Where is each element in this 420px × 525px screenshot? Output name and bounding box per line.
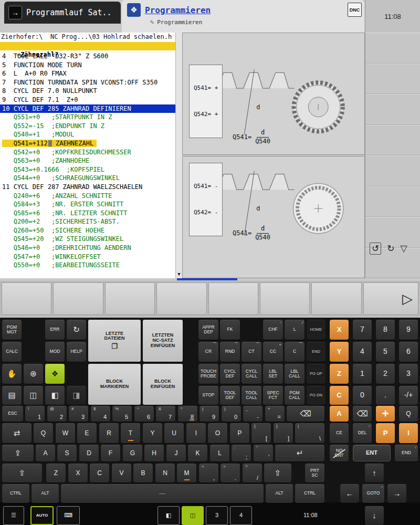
taskbar-active-key[interactable]: ◫ [182,506,204,525]
home-key[interactable]: HOME [307,320,326,340]
calc-key[interactable]: CALC [2,342,22,362]
backspace-key[interactable]: ⌫ [287,406,324,422]
program-line[interactable]: Q545=+20 ;WZ STEIGUNGSWINKEL [0,235,175,244]
letter-y-key[interactable]: Y [143,423,162,443]
arrow-down-key[interactable]: ↓ [365,506,384,525]
refresh-icon[interactable]: ↻ [387,243,394,254]
softkey-4[interactable] [156,282,206,315]
auto-key[interactable]: AUTO [30,506,54,525]
pgm-call-key[interactable]: PGM CALL [285,386,304,405]
letter-v-key[interactable]: V [112,464,131,482]
digit-1-key[interactable]: !1 [25,406,45,422]
letter-k-key[interactable]: K [188,445,207,461]
block-einfuegen-key[interactable]: BLOCK EINFÜGEN [143,364,183,405]
appr-dep-key[interactable]: APPR DEP [198,320,218,340]
digit-3-key[interactable]: #3 [69,406,88,422]
tool-call-key[interactable]: TOOL CALL [242,386,261,405]
num-7-key[interactable]: 7 [353,320,372,340]
taskbar-3-key[interactable]: 3 [206,506,228,525]
actual-position-key[interactable]: ✛ [376,406,395,422]
virtual-keyboard-key[interactable]: ⌨ [57,506,80,525]
slash-key[interactable]: ?/ [243,464,262,482]
letter-z-key[interactable]: Z [46,464,66,482]
right-softkey-6[interactable] [365,186,420,217]
help-key[interactable]: HELP [67,342,86,362]
letter-e-key[interactable]: E [77,423,97,443]
softkey-2[interactable] [53,282,103,315]
pgm-mgt-key[interactable]: PGM MGT [2,320,22,340]
program-line[interactable]: Q541=+112 ZAEHNEZAHL [0,139,175,148]
arrow-right-key[interactable]: → [387,484,406,503]
ce-key[interactable]: CE [330,423,349,443]
letter-u-key[interactable]: U [164,423,184,443]
letter-i-key[interactable]: I [186,423,206,443]
program-line[interactable]: 5 FUNCTION MODE TURN [0,61,175,70]
letter-s-key[interactable]: S [57,445,77,461]
program-list-key[interactable]: ▤ [2,386,22,405]
print-screen-key[interactable]: PRT SC [305,464,324,482]
nabla-icon[interactable]: ▽ [401,243,407,254]
program-line[interactable]: 8 CYCL DEF 7.0 NULLPUNKT [0,87,175,96]
program-line[interactable]: Q585=+6 ;NR. LETZTER SCHNITT [0,209,175,218]
comma-key[interactable]: <, [199,464,218,482]
program-line[interactable]: Q563=+0 ;ZAHNHOEHE [0,156,175,165]
err-key[interactable]: ERR [45,320,65,340]
program-scrollbar[interactable]: ▼ [175,33,182,278]
right-softkey-5[interactable] [365,155,420,186]
letter-h-key[interactable]: H [144,445,164,461]
mod-key[interactable]: MOD [45,342,65,362]
digit-4-key[interactable]: $4 [91,406,110,422]
letter-b-key[interactable]: B [133,464,153,482]
program-line[interactable]: 11 CYCL DEF 287 ZAHNRAD WAELZSCHAELEN [0,183,175,192]
program-line[interactable]: Q584=+3 ;NR. ERSTER SCHNITT [0,200,175,209]
letter-a-key[interactable]: A [36,445,55,461]
letter-t-key[interactable]: T [121,423,140,443]
minus-key[interactable]: _- [243,406,262,422]
program-line[interactable]: 10 CYCL DEF 285 ZAHNRAD DEFINIEREN [0,104,175,113]
fk-key[interactable]: FK [220,320,240,340]
program-line[interactable]: Q552=-15 ;ENDPUNKT IN Z [0,122,175,131]
bracket-close-key[interactable]: }] [274,423,293,443]
letter-n-key[interactable]: N [155,464,175,482]
taskbar-screen-key[interactable]: ◧ [158,506,180,525]
letter-g-key[interactable]: G [123,445,142,461]
num-2-key[interactable]: 2 [376,364,395,384]
softkey-7[interactable] [311,282,361,315]
program-line[interactable]: Q540=+1 ;MODUL [0,130,175,139]
alt-left-key[interactable]: ALT [32,484,59,503]
spec-fct-key[interactable]: SPEC FCT [263,386,283,405]
del-key[interactable]: DEL▫ [353,423,372,443]
sign-key[interactable]: -/+ [399,386,418,405]
num-6-key[interactable]: 6 [399,342,418,362]
block-markieren-key[interactable]: BLOCK MARKIEREN [88,364,141,405]
num-5-key[interactable]: 5 [376,342,395,362]
cycl-def-key[interactable]: CYCL DEF [220,364,240,384]
program-line[interactable]: Q551=+0 ;STARTPUNKT IN Z [0,113,175,122]
digit-5-key[interactable]: %5 [112,406,132,422]
screen-layout-key[interactable]: ◧ [45,386,65,405]
program-editor[interactable]: Zierhofer:\ NC Prog...\03 Hohlrad schael… [0,33,182,278]
z-axis-key[interactable]: Z [330,364,349,384]
ent-key[interactable]: ENT [353,445,391,461]
p-key[interactable]: P [376,423,395,443]
i-key[interactable]: I [399,423,418,443]
restore-box-icon[interactable]: ↺ [370,243,381,255]
tab-programmieren[interactable]: ❖ Programmieren ✎ Programmieren [122,0,364,33]
letter-r-key[interactable]: R [99,423,119,443]
arrow-left-key[interactable]: ← [340,484,359,503]
tab-programmlauf[interactable]: → Programmlauf Sat.. [4,2,121,24]
return-key[interactable]: ↵ [275,445,324,461]
program-line[interactable]: 7 FUNCTION TURNDATA SPIN VCONST:OFF S350 [0,78,175,87]
digit-7-key[interactable]: &7 [156,406,175,422]
y-axis-key[interactable]: Y [330,342,349,362]
program-line[interactable]: Q543=+0.1666 ;KOPFSPIEL [0,165,175,174]
digit-2-key[interactable]: @2 [47,406,67,422]
end-block-key[interactable]: END▫ [395,445,418,461]
end-key[interactable]: END [307,342,326,362]
pg-up-key[interactable]: PG UP [307,364,326,384]
letter-l-key[interactable]: L [210,445,229,461]
digit-9-key[interactable]: (9 [200,406,219,422]
letter-x-key[interactable]: X [68,464,88,482]
line-key[interactable]: L∕ [285,320,304,340]
shift-right-key[interactable]: ⇧ [264,464,291,482]
